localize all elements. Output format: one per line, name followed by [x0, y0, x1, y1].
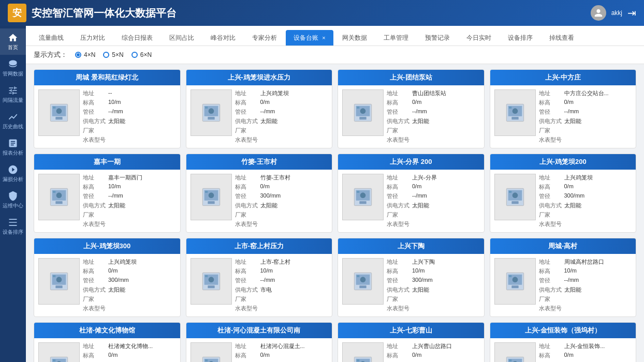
sidebar-item-history-curve[interactable]: 历史曲线 [0, 108, 26, 134]
card-body: 地址 上兴鸡笼坝 标高 0/m 管径 --/mm 供电方式 太阳能 厂家 [186, 85, 332, 148]
elevation-value: 10/m [412, 267, 480, 275]
sidebar-item-ops[interactable]: 运维中心 [0, 187, 26, 213]
meter-type-value [412, 220, 480, 228]
device-card-d11[interactable]: 上兴下陶 地址 上兴下陶 标高 10/m 管径 300/mm [338, 238, 485, 317]
diameter-value: --/mm [564, 277, 632, 284]
svg-rect-52 [359, 285, 366, 288]
card-image [494, 89, 536, 136]
meter-type-value [260, 136, 328, 144]
info-row-manufacturer: 厂家 [235, 211, 328, 219]
logout-button[interactable]: ⇥ [627, 7, 636, 19]
info-row-diameter: 管径 300/mm [387, 277, 480, 284]
sidebar-item-device-rank[interactable]: 设备排序 [0, 213, 26, 239]
device-card-d14[interactable]: 杜渚-河心混凝土有限公司南 地址 杜渚河心混凝土... 标高 0/m 管径 [186, 322, 333, 362]
address-value: 上兴-分界 [412, 174, 480, 182]
device-card-d9[interactable]: 上兴-鸡笼坝300 地址 上兴鸡笼坝 标高 0/m 管径 300 [34, 238, 181, 317]
tab-gateway-data[interactable]: 网关数据 [334, 30, 375, 46]
address-value: 周城高村岔路口 [564, 258, 632, 266]
address-label: 地址 [83, 342, 106, 350]
address-label: 地址 [387, 258, 410, 266]
device-card-d3[interactable]: 上兴-团结泵站 地址 曹山团结泵站 标高 0/m 管径 --/m [338, 69, 485, 148]
card-header: 上兴-中方庄 [490, 70, 636, 85]
device-card-d6[interactable]: 竹篓-王市村 地址 竹篓-王市村 标高 0/m 管径 300/m [186, 154, 333, 233]
tab-device-rank[interactable]: 设备排序 [500, 30, 540, 46]
elevation-value: 0/m [260, 352, 328, 359]
info-row-meter-type: 水表型号 [83, 220, 176, 228]
info-row-elevation: 标高 0/m [235, 183, 328, 191]
radio-6n[interactable] [131, 52, 138, 58]
sidebar-item-report[interactable]: 报表分析 [0, 134, 26, 160]
tab-peak-compare[interactable]: 峰谷对比 [203, 30, 243, 46]
card-header: 上兴下陶 [338, 238, 484, 254]
sidebar-item-leak[interactable]: 漏损分析 [0, 160, 26, 187]
device-card-d1[interactable]: 周城 景和苑红绿灯北 地址 -- 标高 10/m 管径 --/m [34, 69, 181, 148]
device-card-d12[interactable]: 周城-高村 地址 周城高村岔路口 标高 10/m 管径 --/m [490, 238, 637, 317]
radio-4n[interactable] [75, 52, 81, 58]
info-row-power: 供电方式 太阳能 [387, 202, 480, 209]
power-value: 太阳能 [260, 202, 328, 209]
card-image [494, 258, 536, 305]
device-card-d15[interactable]: 上兴-七彩曹山 地址 上兴曹山岔路口 标高 0/m 管径 300 [338, 322, 485, 362]
elevation-label: 标高 [235, 99, 258, 107]
display-option-6n[interactable]: 6×N [131, 51, 152, 58]
tab-drop-query[interactable]: 掉线查看 [541, 30, 582, 46]
sidebar-item-home[interactable]: 首页 [0, 28, 26, 55]
card-header: 上兴-鸡笼坝300 [34, 238, 180, 254]
svg-rect-7 [208, 117, 214, 119]
info-row-power: 供电方式 太阳能 [235, 202, 328, 209]
device-card-d8[interactable]: 上兴-鸡笼坝200 地址 上兴鸡笼坝 标高 0/m 管径 300 [490, 154, 637, 233]
info-row-meter-type: 水表型号 [235, 220, 328, 228]
display-option-5n[interactable]: 5×N [103, 51, 123, 58]
tab-daily-report[interactable]: 综合日报表 [114, 30, 160, 46]
tab-flow-curve[interactable]: 流量曲线 [31, 30, 71, 46]
device-card-d4[interactable]: 上兴-中方庄 地址 中方庄公交站台... 标高 0/m 管径 - [490, 69, 637, 148]
address-label: 地址 [235, 258, 258, 266]
svg-rect-37 [511, 201, 518, 204]
display-option-4n[interactable]: 4×N [75, 51, 95, 58]
svg-point-8 [208, 108, 214, 114]
meter-type-label: 水表型号 [539, 136, 562, 144]
tab-today-realtime[interactable]: 今日实时 [459, 30, 499, 46]
card-image [494, 342, 536, 362]
ops-icon [8, 191, 18, 201]
card-header: 上兴-金恒装饰（强坞村） [490, 323, 636, 338]
radio-5n[interactable] [103, 52, 109, 58]
card-info: 地址 上兴鸡笼坝 标高 0/m 管径 300/mm 供电方式 太阳能 厂家 [539, 174, 632, 228]
sidebar-item-interval-flow[interactable]: 间隔流量 [0, 81, 26, 108]
sidebar-item-label: 设备排序 [3, 229, 23, 235]
device-card-d2[interactable]: 上兴-鸡笼坝进水压力 地址 上兴鸡笼坝 标高 0/m 管径 -- [186, 69, 333, 148]
tab-pressure-compare[interactable]: 压力对比 [72, 30, 113, 46]
card-body: 地址 上市-窑上村 标高 10/m 管径 --/mm 供电方式 市电 厂家 [186, 254, 332, 316]
cards-area: 周城 景和苑红绿灯北 地址 -- 标高 10/m 管径 --/m [26, 64, 644, 362]
card-info: 地址 中方庄公交站台... 标高 0/m 管径 --/mm 供电方式 太阳能 厂… [539, 89, 632, 144]
elevation-label: 标高 [83, 99, 106, 107]
power-label: 供电方式 [83, 117, 106, 125]
svg-point-48 [208, 277, 214, 282]
elevation-label: 标高 [83, 183, 106, 191]
device-card-d13[interactable]: 杜渚-傩文化博物馆 地址 杜渚傩文化博物... 标高 0/m 管径 [34, 322, 181, 362]
device-card-d16[interactable]: 上兴-金恒装饰（强坞村） 地址 上兴-金恒装饰... 标高 0/m 管径 [490, 322, 637, 362]
svg-rect-32 [359, 201, 366, 204]
tab-device-account[interactable]: 设备台账 × [286, 30, 333, 46]
device-card-d7[interactable]: 上兴-分界 200 地址 上兴-分界 标高 0/m 管径 --/ [338, 154, 485, 233]
info-row-elevation: 标高 0/m [539, 99, 632, 107]
elevation-value: 0/m [564, 183, 632, 191]
meter-type-label: 水表型号 [539, 220, 562, 228]
tab-work-order[interactable]: 工单管理 [376, 30, 416, 46]
info-row-manufacturer: 厂家 [83, 127, 176, 134]
sidebar-item-pipe-data[interactable]: 管网数据 [0, 55, 26, 81]
address-value: 上市-窑上村 [260, 258, 328, 266]
tab-close-icon[interactable]: × [322, 35, 325, 41]
info-row-manufacturer: 厂家 [387, 211, 480, 219]
tab-warning-record[interactable]: 预警记录 [417, 30, 458, 46]
power-label: 供电方式 [539, 286, 562, 294]
device-card-d10[interactable]: 上市-窑上村压力 地址 上市-窑上村 标高 10/m 管径 -- [186, 238, 333, 317]
power-value: 市电 [260, 286, 328, 294]
sidebar-item-label: 历史曲线 [3, 124, 23, 130]
meter-type-value [260, 305, 328, 312]
card-info: 地址 上市-窑上村 标高 10/m 管径 --/mm 供电方式 市电 厂家 [235, 258, 328, 312]
device-card-d5[interactable]: 嘉丰一期 地址 嘉丰一期西门 标高 10/m 管径 --/mm [34, 154, 181, 233]
tab-expert-analysis[interactable]: 专家分析 [244, 30, 285, 46]
diameter-value: 300/mm [108, 277, 176, 284]
tab-zone-ratio[interactable]: 区间占比 [162, 30, 202, 46]
